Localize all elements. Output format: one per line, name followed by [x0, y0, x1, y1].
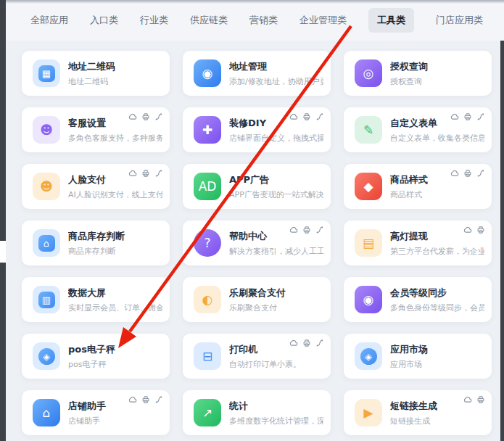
app-subtitle: 应用市场 — [390, 359, 484, 370]
data-screen-icon: ▥ — [33, 286, 60, 313]
app-card[interactable]: ✎自定义表单自定义表单，收集各类信息。 — [344, 107, 492, 152]
app-card-text: 商品库存判断商品库存判断 — [68, 230, 162, 257]
aggregate-pay-icon: ◐ — [194, 286, 221, 313]
app-card[interactable]: ◈应用市场应用市场 — [344, 334, 492, 379]
app-title: 会员等级同步 — [390, 287, 484, 300]
cloud-icon — [450, 112, 459, 121]
printer-badge-icon — [141, 395, 150, 404]
app-title: 统计 — [229, 400, 323, 413]
app-card-grid: ▦地址二维码地址二维码◉地址管理添加/修改地址，协助用户更改信...◎授权查询授… — [22, 51, 492, 435]
platform-badges — [128, 395, 163, 404]
product-style-icon: ◆ — [355, 173, 382, 200]
tab-8[interactable]: 门店应用类 — [436, 14, 483, 27]
left-window-rail — [0, 0, 6, 441]
address-book-icon: ◉ — [194, 59, 221, 87]
printer-badge-icon — [302, 112, 311, 121]
printer-badge-icon — [476, 226, 485, 234]
app-card[interactable]: ◉地址管理添加/修改地址，协助用户更改信... — [183, 51, 331, 96]
app-card[interactable]: ◆商品样式商品样式 — [344, 164, 492, 209]
qr-code-icon-glyph: ▦ — [38, 65, 55, 82]
cloud-icon — [289, 226, 298, 234]
tab-3[interactable]: 行业类 — [140, 14, 168, 27]
tab-1[interactable]: 全部应用 — [30, 14, 68, 27]
app-card-text: 乐刷聚合支付乐刷聚合支付 — [229, 287, 323, 313]
app-subtitle: 多维度数字化统计管理，深度了解... — [229, 416, 323, 426]
app-subtitle: 多角色身份等级同步，会员成长体... — [390, 302, 484, 313]
app-subtitle: 自动打印订单小票。 — [229, 359, 323, 370]
app-title: 数据大屏 — [68, 287, 162, 300]
app-card[interactable]: ◉会员等级同步多角色身份等级同步，会员成长体... — [344, 277, 492, 322]
inventory-check-icon-glyph: ⌂ — [38, 235, 55, 252]
app-subtitle: 解决方案指引，减少人工工作量。 — [229, 246, 323, 257]
printer-badge-icon — [463, 112, 472, 121]
pos-scale-icon: ◈ — [33, 342, 60, 370]
app-card[interactable]: ⌂店铺助手店铺助手 — [22, 390, 170, 435]
link-icon — [315, 339, 324, 347]
app-card[interactable]: ⊟打印机自动打印订单小票。 — [183, 334, 331, 379]
platform-badges — [463, 395, 485, 404]
app-card-text: 授权查询授权查询 — [390, 60, 484, 87]
app-card[interactable]: ?帮助中心解决方案指引，减少人工工作量。 — [183, 220, 331, 265]
app-card[interactable]: ◈pos电子秤pos电子秤 — [22, 334, 170, 379]
app-subtitle: 授权查询 — [390, 76, 484, 87]
link-icon — [315, 112, 324, 121]
app-title: pos电子秤 — [68, 343, 162, 356]
help-center-icon: ? — [194, 229, 221, 257]
cloud-icon — [450, 169, 459, 178]
app-marketplace-page: 全部应用入口类行业类供应链类营销类企业管理类工具类门店应用类区块链类 ▦地址二维… — [0, 0, 504, 441]
platform-badges — [289, 226, 324, 234]
top-shadow — [6, 0, 504, 4]
app-card[interactable]: ⌂商品库存判断商品库存判断 — [22, 220, 170, 265]
qr-code-icon: ▦ — [33, 59, 60, 87]
short-link-icon: ▶ — [355, 399, 382, 426]
cloud-icon — [463, 226, 472, 234]
app-subtitle: pos电子秤 — [68, 359, 162, 370]
app-subtitle: 商品库存判断 — [68, 246, 162, 257]
tab-5[interactable]: 营销类 — [249, 14, 278, 27]
tab-4[interactable]: 供应链类 — [190, 14, 228, 27]
platform-badges — [289, 112, 324, 121]
app-card[interactable]: ▦地址二维码地址二维码 — [22, 51, 170, 96]
app-subtitle: 短链接生成 — [390, 416, 484, 426]
app-card-text: 地址二维码地址二维码 — [68, 60, 162, 87]
printer-icon: ⊟ — [194, 342, 221, 370]
statistics-icon: ↗ — [194, 399, 221, 426]
app-subtitle: 店铺界面自定义，拖拽式操作，自... — [229, 133, 323, 144]
member-level-icon: ◉ — [355, 286, 382, 313]
platform-badges — [128, 112, 163, 121]
app-card[interactable]: ◐乐刷聚合支付乐刷聚合支付 — [183, 277, 331, 322]
app-title: 地址二维码 — [68, 60, 162, 73]
tab-7-selected[interactable]: 工具类 — [368, 8, 414, 33]
app-card[interactable]: ▶短链接生成短链接生成 — [344, 390, 492, 435]
printer-badge-icon — [141, 112, 150, 121]
decorate-diy-icon: ✚ — [194, 116, 221, 144]
app-title: 应用市场 — [390, 343, 484, 356]
app-card[interactable]: ADAPP广告APP广告变现的一站式解决方案 — [183, 164, 331, 209]
link-icon — [476, 169, 485, 178]
cloud-icon — [128, 169, 137, 178]
tab-6[interactable]: 企业管理类 — [299, 14, 347, 27]
app-card[interactable]: ↗统计多维度数字化统计管理，深度了解... — [183, 390, 331, 435]
app-subtitle: 商品样式 — [390, 189, 484, 200]
link-icon — [476, 112, 485, 121]
cloud-icon — [289, 112, 298, 121]
app-card[interactable]: ▤高灯提现第三方平台代发薪，为企业减税降... — [344, 220, 492, 265]
app-card[interactable]: ◎授权查询授权查询 — [344, 51, 492, 96]
app-card[interactable]: ☻客服设置多角色客服支持，多种服务入口。 — [22, 107, 170, 152]
app-card-text: APP广告APP广告变现的一站式解决方案 — [229, 173, 323, 200]
app-card-text: 会员等级同步多角色身份等级同步，会员成长体... — [390, 287, 484, 313]
app-card[interactable]: ☻人脸支付AI人脸识别支付，线上支付即成线... — [22, 164, 170, 209]
app-subtitle: 第三方平台代发薪，为企业减税降... — [390, 246, 484, 257]
app-market-icon-glyph: ◈ — [360, 348, 377, 365]
cloud-icon — [463, 395, 472, 404]
printer-badge-icon — [302, 339, 311, 347]
left-rail-handle[interactable] — [0, 241, 6, 263]
tab-2[interactable]: 入口类 — [90, 14, 118, 27]
pos-scale-icon-glyph: ◈ — [38, 348, 55, 365]
app-subtitle: 多角色客服支持，多种服务入口。 — [68, 133, 162, 144]
app-subtitle: 乐刷聚合支付 — [229, 302, 323, 313]
app-card[interactable]: ✚装修DIY店铺界面自定义，拖拽式操作，自... — [183, 107, 331, 152]
platform-badges — [128, 169, 163, 178]
app-title: APP广告 — [229, 173, 323, 186]
app-card[interactable]: ▥数据大屏实时显示会员、订单、佣金、地... — [22, 277, 170, 322]
